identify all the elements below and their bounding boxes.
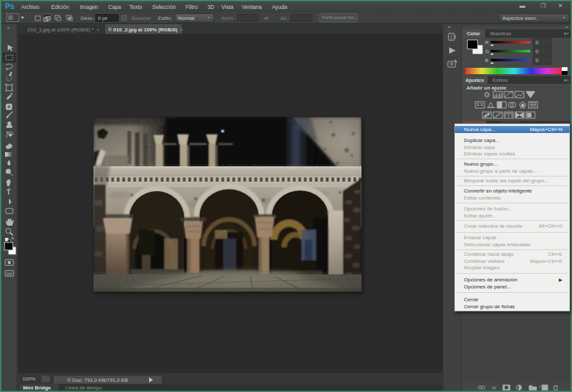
svg-text:»: » bbox=[7, 25, 10, 31]
svg-text:fx: fx bbox=[492, 385, 497, 391]
svg-text:T: T bbox=[6, 188, 11, 196]
